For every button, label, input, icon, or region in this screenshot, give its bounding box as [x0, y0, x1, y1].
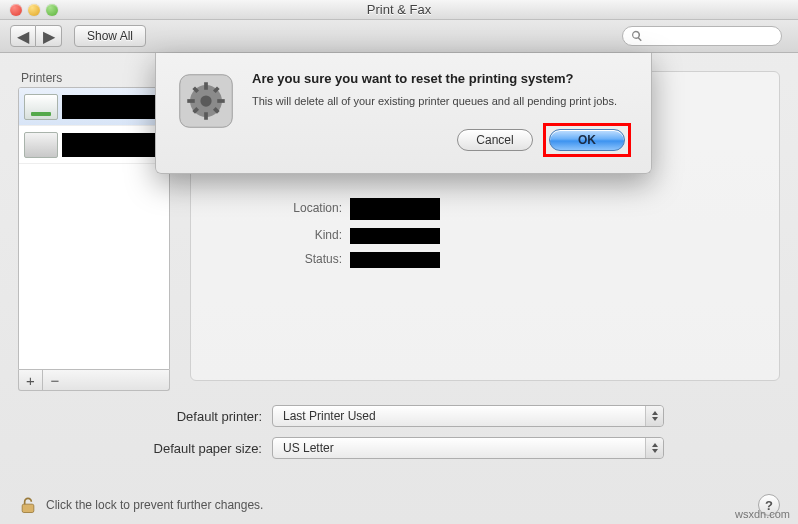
location-label: Location:	[190, 201, 350, 220]
printer-name-redacted	[62, 133, 164, 157]
kind-value-redacted	[350, 228, 440, 244]
search-field[interactable]	[622, 26, 782, 46]
svg-rect-5	[204, 112, 208, 120]
unlock-icon[interactable]	[18, 494, 38, 516]
system-prefs-icon	[176, 71, 236, 131]
location-value-redacted	[350, 198, 440, 220]
svg-rect-4	[204, 82, 208, 90]
dialog-title: Are you sure you want to reset the print…	[252, 71, 631, 88]
popup-arrows-icon	[645, 438, 663, 458]
remove-printer-button[interactable]: −	[43, 370, 67, 390]
search-icon	[631, 30, 643, 42]
dialog-message: This will delete all of your existing pr…	[252, 94, 631, 109]
default-printer-value: Last Printer Used	[283, 409, 376, 423]
default-printer-label: Default printer:	[58, 409, 272, 424]
lock-text: Click the lock to prevent further change…	[46, 498, 750, 512]
toolbar: ◀ ▶ Show All	[0, 20, 798, 53]
default-paper-popup[interactable]: US Letter	[272, 437, 664, 459]
printer-name-redacted	[62, 95, 164, 119]
back-button[interactable]: ◀	[10, 25, 36, 47]
search-input[interactable]	[647, 30, 773, 42]
default-printer-popup[interactable]: Last Printer Used	[272, 405, 664, 427]
ok-highlight-box: OK	[543, 123, 631, 157]
cancel-button[interactable]: Cancel	[457, 129, 533, 151]
printers-list[interactable]	[18, 87, 170, 370]
reset-confirm-sheet: Are you sure you want to reset the print…	[155, 53, 652, 174]
status-value-redacted	[350, 252, 440, 268]
forward-button[interactable]: ▶	[36, 25, 62, 47]
svg-rect-0	[22, 504, 34, 512]
printer-item-2[interactable]	[19, 126, 169, 164]
nav-segment: ◀ ▶	[10, 25, 62, 47]
printers-header: Printers	[18, 71, 170, 85]
svg-point-3	[200, 95, 211, 106]
lock-row: Click the lock to prevent further change…	[18, 494, 780, 516]
show-all-button[interactable]: Show All	[74, 25, 146, 47]
svg-rect-7	[217, 99, 225, 103]
printer-icon	[24, 132, 58, 158]
printer-icon	[24, 94, 58, 120]
status-label: Status:	[190, 252, 350, 268]
watermark: wsxdn.com	[735, 508, 790, 520]
default-paper-label: Default paper size:	[58, 441, 272, 456]
ok-button[interactable]: OK	[549, 129, 625, 151]
add-printer-button[interactable]: +	[19, 370, 43, 390]
kind-label: Kind:	[190, 228, 350, 244]
svg-rect-6	[187, 99, 195, 103]
printer-item-1[interactable]	[19, 88, 169, 126]
add-remove-bar: + −	[18, 370, 170, 391]
printers-sidebar: Printers + −	[18, 71, 170, 391]
window-title: Print & Fax	[0, 2, 798, 17]
print-fax-window: Print & Fax ◀ ▶ Show All Printers	[0, 0, 798, 524]
default-paper-value: US Letter	[283, 441, 334, 455]
defaults-section: Default printer: Last Printer Used Defau…	[58, 405, 780, 469]
popup-arrows-icon	[645, 406, 663, 426]
titlebar: Print & Fax	[0, 0, 798, 20]
